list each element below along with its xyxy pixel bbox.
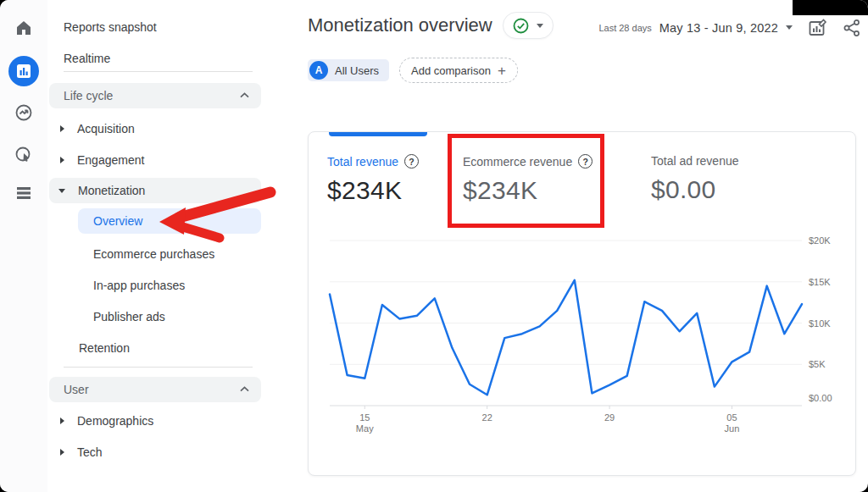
help-icon[interactable]: ? xyxy=(404,154,419,169)
sidebar-item-publisher-ads[interactable]: Publisher ads xyxy=(49,305,261,329)
sidebar-divider xyxy=(64,367,253,368)
expand-triangle-icon xyxy=(60,417,64,424)
customize-report-icon[interactable] xyxy=(807,17,828,38)
report-status-dropdown[interactable] xyxy=(503,12,554,39)
svg-text:29: 29 xyxy=(604,412,615,423)
expand-triangle-icon xyxy=(60,157,64,163)
page-title: Monetization overview xyxy=(308,14,492,36)
svg-text:$0.00: $0.00 xyxy=(809,393,832,403)
share-icon[interactable] xyxy=(843,19,861,37)
sidebar-item-label: Overview xyxy=(78,214,142,228)
sidebar-item-in-app-purchases[interactable]: In-app purchases xyxy=(49,274,261,297)
svg-text:$10K: $10K xyxy=(809,318,831,329)
add-comparison-button[interactable]: Add comparison + xyxy=(399,58,518,83)
ga4-monetization-overview-screen: Reports snapshot Realtime Life cycle Acq… xyxy=(0,0,868,492)
metric-label: Ecommerce revenue xyxy=(463,155,572,169)
svg-text:05: 05 xyxy=(726,412,737,423)
svg-text:May: May xyxy=(356,423,374,434)
check-circle-icon xyxy=(513,18,529,34)
sidebar-item-label: Publisher ads xyxy=(49,310,165,323)
sidebar-item-ecommerce-purchases[interactable]: Ecommerce purchases xyxy=(49,242,261,266)
segment-avatar: A xyxy=(309,61,328,80)
plus-icon: + xyxy=(498,64,506,78)
sidebar-item-engagement[interactable]: Engagement xyxy=(49,148,261,172)
caret-down-icon[interactable] xyxy=(786,25,793,30)
sidebar-item-monetization[interactable]: Monetization xyxy=(49,178,261,203)
caret-down-icon xyxy=(537,24,543,28)
sidebar-section-label: Life cycle xyxy=(49,89,113,102)
svg-text:$15K: $15K xyxy=(809,277,831,287)
sidebar-item-label: Reports snapshot xyxy=(49,20,157,34)
date-preset-label: Last 28 days xyxy=(598,23,651,33)
library-icon[interactable] xyxy=(0,176,47,210)
sidebar-section-life-cycle[interactable]: Life cycle xyxy=(49,83,261,108)
segment-chip-all-users[interactable]: A All Users xyxy=(308,59,389,81)
metric-value: $0.00 xyxy=(651,175,739,204)
sidebar-item-label: Engagement xyxy=(77,153,144,167)
sidebar-item-label: Demographics xyxy=(77,414,153,428)
sidebar-item-label: Realtime xyxy=(49,52,110,65)
sidebar-item-label: Acquisition xyxy=(77,122,135,135)
left-icon-rail xyxy=(0,0,48,492)
svg-text:22: 22 xyxy=(482,412,492,423)
metric-tab-ecommerce-revenue[interactable]: Ecommerce revenue ? $234K xyxy=(463,154,593,205)
chevron-up-icon[interactable] xyxy=(240,92,249,98)
sidebar-item-tech[interactable]: Tech xyxy=(49,440,261,464)
svg-text:Jun: Jun xyxy=(725,423,740,434)
advertising-icon[interactable] xyxy=(0,138,47,172)
reports-icon[interactable] xyxy=(0,54,47,88)
sidebar-section-label: User xyxy=(49,383,89,396)
expand-triangle-icon xyxy=(60,125,64,132)
reports-sidebar: Reports snapshot Realtime Life cycle Acq… xyxy=(47,0,305,492)
metric-value: $234K xyxy=(463,176,593,205)
sidebar-section-user[interactable]: User xyxy=(49,377,261,402)
screen-artifact-black-bar xyxy=(793,0,868,15)
sidebar-item-overview[interactable]: Overview xyxy=(78,208,261,234)
sidebar-item-retention[interactable]: Retention xyxy=(49,336,261,360)
reports-icon-selected-circle xyxy=(8,56,39,86)
svg-text:$20K: $20K xyxy=(809,235,831,246)
active-metric-tab-indicator xyxy=(329,132,427,136)
metric-label: Total revenue xyxy=(327,155,398,169)
sidebar-item-reports-snapshot[interactable]: Reports snapshot xyxy=(49,15,261,39)
sidebar-item-label: In-app purchases xyxy=(49,279,185,292)
metric-tab-total-ad-revenue[interactable]: Total ad revenue $0.00 xyxy=(651,154,739,204)
revenue-line-chart: $20K$15K$10K$5K$0.0015May222905Jun xyxy=(309,225,855,445)
metric-value: $234K xyxy=(327,176,419,205)
sidebar-item-label: Monetization xyxy=(78,184,145,197)
svg-text:$5K: $5K xyxy=(809,359,826,369)
explore-icon[interactable] xyxy=(0,96,47,130)
sidebar-divider xyxy=(64,71,253,72)
home-icon[interactable] xyxy=(0,11,47,45)
collapse-triangle-icon xyxy=(58,189,65,193)
chevron-up-icon[interactable] xyxy=(240,386,249,392)
svg-text:15: 15 xyxy=(359,412,370,423)
sidebar-item-label: Ecommerce purchases xyxy=(49,247,214,261)
sidebar-item-acquisition[interactable]: Acquisition xyxy=(49,117,261,141)
expand-triangle-icon xyxy=(60,449,64,456)
add-comparison-label: Add comparison xyxy=(411,64,491,77)
sidebar-item-label: Tech xyxy=(77,445,103,459)
sidebar-item-label: Retention xyxy=(49,341,130,355)
help-icon[interactable]: ? xyxy=(578,154,593,169)
sidebar-item-realtime[interactable]: Realtime xyxy=(49,47,261,70)
metric-label: Total ad revenue xyxy=(651,154,739,168)
date-range-selector[interactable]: May 13 - Jun 9, 2022 xyxy=(659,21,778,35)
segment-label: All Users xyxy=(335,64,379,77)
metric-tab-total-revenue[interactable]: Total revenue ? $234K xyxy=(327,154,419,205)
main-content: Monetization overview Last 28 days May 1… xyxy=(305,0,868,492)
sidebar-item-demographics[interactable]: Demographics xyxy=(49,409,261,433)
revenue-summary-card: Total revenue ? $234K Ecommerce revenue … xyxy=(308,131,856,476)
